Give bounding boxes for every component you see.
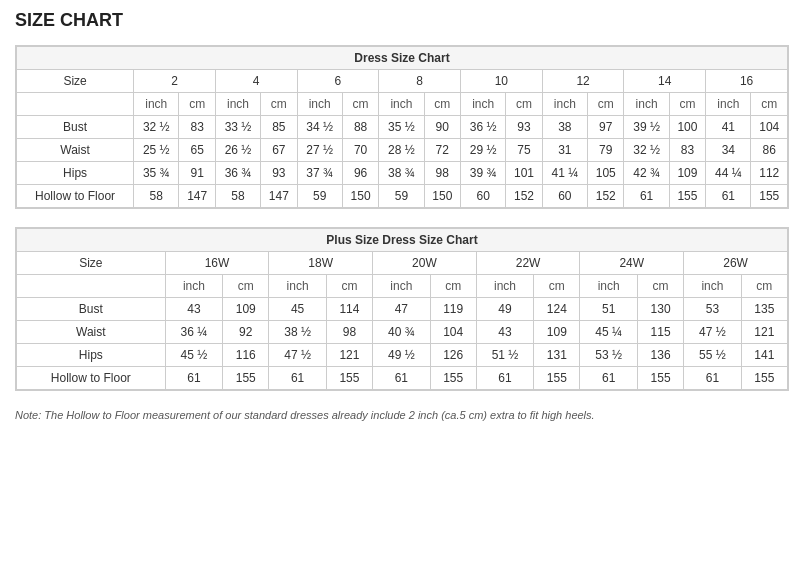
cell-inch: 45 ½ [165, 344, 223, 367]
cell-inch: 61 [476, 367, 534, 390]
cell-cm: 91 [179, 162, 215, 185]
cell-inch: 44 ¼ [706, 162, 751, 185]
cell-inch: 61 [165, 367, 223, 390]
cell-inch: 53 ½ [580, 344, 638, 367]
row-label: Bust [17, 298, 166, 321]
cell-inch: 61 [706, 185, 751, 208]
cell-cm: 93 [261, 162, 297, 185]
page-title: SIZE CHART [15, 10, 789, 31]
cell-cm: 119 [430, 298, 476, 321]
size-col-20W: 20W [373, 252, 477, 275]
dress-chart-title: Dress Size Chart [17, 47, 788, 70]
unit-cm: cm [261, 93, 297, 116]
unit-cm: cm [179, 93, 215, 116]
cell-cm: 67 [261, 139, 297, 162]
unit-cm: cm [342, 93, 378, 116]
cell-inch: 28 ½ [379, 139, 424, 162]
table-row: Waist25 ½6526 ½6727 ½7028 ½7229 ½7531793… [17, 139, 788, 162]
cell-cm: 155 [430, 367, 476, 390]
table-row: Hollow to Floor6115561155611556115561155… [17, 367, 788, 390]
cell-inch: 33 ½ [215, 116, 260, 139]
size-col-14: 14 [624, 70, 706, 93]
row-label: Hollow to Floor [17, 185, 134, 208]
cell-cm: 90 [424, 116, 460, 139]
cell-cm: 104 [430, 321, 476, 344]
cell-cm: 75 [506, 139, 542, 162]
cell-cm: 131 [534, 344, 580, 367]
cell-cm: 109 [534, 321, 580, 344]
cell-inch: 47 ½ [269, 344, 327, 367]
table-row: Hips35 ¾9136 ¾9337 ¾9638 ¾9839 ¾10141 ¼1… [17, 162, 788, 185]
cell-cm: 96 [342, 162, 378, 185]
size-header: Size [17, 70, 134, 93]
table-row: Waist36 ¼9238 ½9840 ¾1044310945 ¼11547 ½… [17, 321, 788, 344]
cell-cm: 83 [179, 116, 215, 139]
table-row: Hollow to Floor5814758147591505915060152… [17, 185, 788, 208]
unit-inch: inch [624, 93, 669, 116]
unit-inch: inch [269, 275, 327, 298]
cell-inch: 40 ¾ [373, 321, 431, 344]
unit-inch: inch [373, 275, 431, 298]
cell-inch: 35 ¾ [134, 162, 179, 185]
cell-cm: 152 [506, 185, 542, 208]
cell-inch: 51 ½ [476, 344, 534, 367]
row-label: Hips [17, 344, 166, 367]
cell-cm: 155 [751, 185, 788, 208]
cell-cm: 112 [751, 162, 788, 185]
unit-inch: inch [476, 275, 534, 298]
cell-inch: 43 [165, 298, 223, 321]
row-label: Bust [17, 116, 134, 139]
cell-inch: 61 [580, 367, 638, 390]
cell-inch: 61 [684, 367, 742, 390]
cell-inch: 34 ½ [297, 116, 342, 139]
cell-cm: 155 [669, 185, 705, 208]
row-label: Hollow to Floor [17, 367, 166, 390]
unit-cm: cm [223, 275, 269, 298]
cell-inch: 47 ½ [684, 321, 742, 344]
cell-cm: 155 [326, 367, 372, 390]
unit-inch: inch [134, 93, 179, 116]
size-col-18W: 18W [269, 252, 373, 275]
cell-cm: 97 [588, 116, 624, 139]
table-row: Bust431094511447119491245113053135 [17, 298, 788, 321]
cell-inch: 41 [706, 116, 751, 139]
unit-inch: inch [580, 275, 638, 298]
cell-inch: 38 ¾ [379, 162, 424, 185]
cell-cm: 150 [342, 185, 378, 208]
cell-inch: 47 [373, 298, 431, 321]
cell-cm: 109 [669, 162, 705, 185]
cell-inch: 38 ½ [269, 321, 327, 344]
cell-cm: 72 [424, 139, 460, 162]
size-col-16W: 16W [165, 252, 269, 275]
unit-cm: cm [506, 93, 542, 116]
cell-inch: 41 ¼ [542, 162, 587, 185]
cell-inch: 26 ½ [215, 139, 260, 162]
cell-inch: 45 [269, 298, 327, 321]
unit-cm: cm [424, 93, 460, 116]
cell-cm: 150 [424, 185, 460, 208]
cell-cm: 136 [637, 344, 683, 367]
cell-inch: 27 ½ [297, 139, 342, 162]
size-col-8: 8 [379, 70, 461, 93]
cell-inch: 42 ¾ [624, 162, 669, 185]
size-col-22W: 22W [476, 252, 580, 275]
table-row: Hips45 ½11647 ½12149 ½12651 ½13153 ½1365… [17, 344, 788, 367]
cell-inch: 60 [460, 185, 505, 208]
unit-inch: inch [706, 93, 751, 116]
cell-inch: 60 [542, 185, 587, 208]
unit-label-blank [17, 275, 166, 298]
unit-inch: inch [165, 275, 223, 298]
table-row: Bust32 ½8333 ½8534 ½8835 ½9036 ½93389739… [17, 116, 788, 139]
cell-cm: 98 [424, 162, 460, 185]
unit-cm: cm [637, 275, 683, 298]
plus-size-chart: Plus Size Dress Size Chart Size 16W18W20… [15, 227, 789, 391]
unit-label-blank [17, 93, 134, 116]
unit-cm: cm [741, 275, 787, 298]
cell-inch: 49 ½ [373, 344, 431, 367]
cell-inch: 61 [624, 185, 669, 208]
cell-inch: 59 [297, 185, 342, 208]
cell-cm: 92 [223, 321, 269, 344]
note: Note: The Hollow to Floor measurement of… [15, 409, 789, 421]
cell-inch: 36 ¼ [165, 321, 223, 344]
cell-inch: 61 [269, 367, 327, 390]
